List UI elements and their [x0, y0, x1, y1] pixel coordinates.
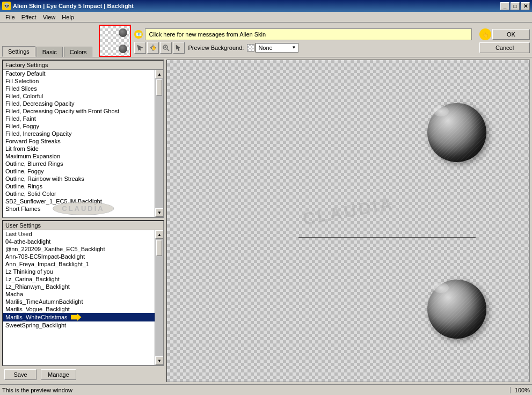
title-bar: 👽 Alien Skin | Eye Candy 5 Impact | Back… — [0, 0, 532, 12]
manage-button[interactable]: Manage — [41, 369, 76, 380]
factory-list-item[interactable]: Fill Selection — [3, 77, 155, 85]
scroll-thumb[interactable] — [156, 79, 162, 96]
status-bar: This is the preview window 100% — [0, 384, 532, 395]
cancel-button[interactable]: Cancel — [479, 42, 530, 53]
maximize-button[interactable]: □ — [511, 2, 520, 10]
tab-basic[interactable]: Basic — [37, 47, 63, 57]
factory-list-item[interactable]: Filled, Foggy — [3, 122, 155, 130]
user-list-item[interactable]: Marilis_TimeAutumnBacklight — [3, 298, 155, 305]
tab-settings[interactable]: Settings — [2, 46, 35, 57]
preview-canvas[interactable]: CLAUDIA — [166, 60, 530, 382]
menu-bar: File Effect View Help — [0, 12, 532, 23]
message-text: Click here for new messages from Alien S… — [149, 31, 266, 38]
bg-preview-swatch — [247, 44, 254, 52]
user-settings-header: User Settings — [3, 221, 163, 230]
factory-list-item[interactable]: Outline, Foggy — [3, 167, 155, 175]
ok-icon: 👆 — [479, 28, 491, 40]
sphere-top-right — [427, 103, 486, 162]
sphere-bottom-right — [427, 280, 486, 339]
menu-effect[interactable]: Effect — [18, 13, 40, 21]
user-list-item[interactable]: Lz_Rhianwyn_ Backlight — [3, 283, 155, 290]
factory-list-item[interactable]: Filled Slices — [3, 85, 155, 92]
tool-arrow[interactable] — [134, 42, 146, 54]
user-scroll-track[interactable] — [155, 239, 163, 356]
factory-list-item[interactable]: Filled, Faint — [3, 115, 155, 122]
scroll-track[interactable] — [155, 78, 163, 208]
left-panel: Factory Settings Factory DefaultFill Sel… — [2, 60, 164, 382]
selected-arrow-icon — [71, 313, 82, 321]
app-icon: 👽 — [2, 2, 11, 10]
content-area: Factory Settings Factory DefaultFill Sel… — [0, 57, 532, 384]
dropdown-arrow-icon: ▼ — [291, 45, 296, 50]
factory-scrollbar[interactable]: ▲ ▼ — [155, 70, 163, 217]
user-list-item[interactable]: Lz Thinking of you — [3, 268, 155, 275]
factory-list-item[interactable]: Filled, Decreasing Opacity — [3, 100, 155, 107]
factory-list-item[interactable]: Outline, Solid Color — [3, 190, 155, 198]
scroll-up-button[interactable]: ▲ — [155, 70, 163, 78]
thumb-sphere-top — [119, 28, 127, 37]
user-scrollbar[interactable]: ▲ ▼ — [155, 230, 163, 365]
minimize-button[interactable]: _ — [500, 2, 509, 10]
factory-list-item[interactable]: Outline, Rainbow with Streaks — [3, 175, 155, 182]
tab-bar: Settings Basic Colors 📧 Click here for n… — [0, 23, 532, 57]
user-list-item[interactable]: Ann-708-EC5Impact-Backlight — [3, 253, 155, 260]
preview-line — [298, 237, 476, 238]
save-button[interactable]: Save — [4, 369, 37, 380]
factory-list-item[interactable]: Filled, Decreasing Opacity with Front Gh… — [3, 107, 155, 115]
menu-view[interactable]: View — [40, 13, 59, 21]
scroll-down-button[interactable]: ▼ — [155, 208, 163, 217]
user-scroll-up-button[interactable]: ▲ — [155, 230, 163, 239]
factory-list-item[interactable]: Forward Fog Streaks — [3, 137, 155, 145]
tool-zoom[interactable] — [160, 42, 172, 54]
window-title: Alien Skin | Eye Candy 5 Impact | Backli… — [13, 3, 134, 9]
factory-settings-list[interactable]: Factory DefaultFill SelectionFilled Slic… — [3, 70, 155, 217]
factory-list-item[interactable]: Factory Default — [3, 70, 155, 77]
message-icon: 📧 — [134, 30, 143, 39]
factory-list-item[interactable]: Filled, Increasing Opacity — [3, 130, 155, 137]
user-list-item[interactable]: SweetSpring_Backlight — [3, 321, 155, 329]
ok-button[interactable]: OK — [492, 29, 530, 40]
background-option: None — [258, 45, 272, 51]
svg-text:✋: ✋ — [151, 45, 157, 50]
ok-cancel-area: 👆 OK Cancel — [479, 28, 530, 53]
factory-list-item[interactable]: Maximum Expansion — [3, 152, 155, 160]
menu-help[interactable]: Help — [59, 13, 77, 21]
user-scroll-down-button[interactable]: ▼ — [155, 356, 163, 365]
tool-select[interactable] — [173, 42, 185, 54]
factory-settings-section: Factory Settings Factory DefaultFill Sel… — [2, 60, 164, 218]
user-list-item[interactable]: Lz_Carina_Backlight — [3, 275, 155, 283]
message-bar[interactable]: Click here for new messages from Alien S… — [145, 28, 472, 40]
preview-background-label: Preview Background: — [188, 45, 244, 51]
menu-file[interactable]: File — [2, 13, 18, 21]
svg-line-3 — [167, 49, 169, 51]
user-list-item[interactable]: Ann_Freya_Impact_Backlight_1 — [3, 260, 155, 268]
factory-settings-header: Factory Settings — [3, 61, 163, 70]
status-text: This is the preview window — [2, 387, 72, 393]
user-scroll-thumb[interactable] — [156, 240, 162, 256]
factory-list-item[interactable]: SB2_Sunflower_1_EC5-IM-Backlight — [3, 198, 155, 205]
user-list-item[interactable]: 04-athe-backlight — [3, 238, 155, 245]
tool-icons: ✋ — [134, 42, 185, 54]
user-list-item[interactable]: Last Used — [3, 230, 155, 238]
factory-list-item[interactable]: Outline, Blurred Rings — [3, 160, 155, 167]
user-list-item[interactable]: Marilis_Vogue_Backlight — [3, 305, 155, 313]
right-panel: CLAUDIA — [166, 60, 530, 382]
thumb-sphere-bottom — [119, 45, 127, 53]
zoom-level: 100% — [510, 387, 530, 393]
user-settings-section: User Settings Last Used04-athe-backlight… — [2, 220, 164, 366]
close-button[interactable]: ✕ — [521, 2, 530, 10]
window-controls[interactable]: _ □ ✕ — [500, 2, 530, 10]
user-list-item[interactable]: @nn_220209_Xanthe_EC5_Backlight — [3, 245, 155, 253]
background-dropdown[interactable]: None ▼ — [256, 43, 298, 53]
tab-colors[interactable]: Colors — [64, 47, 93, 57]
main-window: Settings Basic Colors 📧 Click here for n… — [0, 23, 532, 395]
preview-thumbnail — [99, 25, 131, 57]
factory-list-item[interactable]: Filled, Colorful — [3, 92, 155, 100]
factory-list-item[interactable]: Outline, Rings — [3, 182, 155, 190]
user-list-item[interactable]: Marilis_WhiteChristmas — [3, 313, 155, 321]
tool-pan[interactable]: ✋ — [147, 42, 159, 54]
factory-list-item[interactable]: Lit from Side — [3, 145, 155, 152]
user-settings-list[interactable]: Last Used04-athe-backlight@nn_220209_Xan… — [3, 230, 155, 365]
user-list-item[interactable]: Macha — [3, 290, 155, 298]
factory-list-item[interactable]: Short Flames — [3, 205, 155, 213]
